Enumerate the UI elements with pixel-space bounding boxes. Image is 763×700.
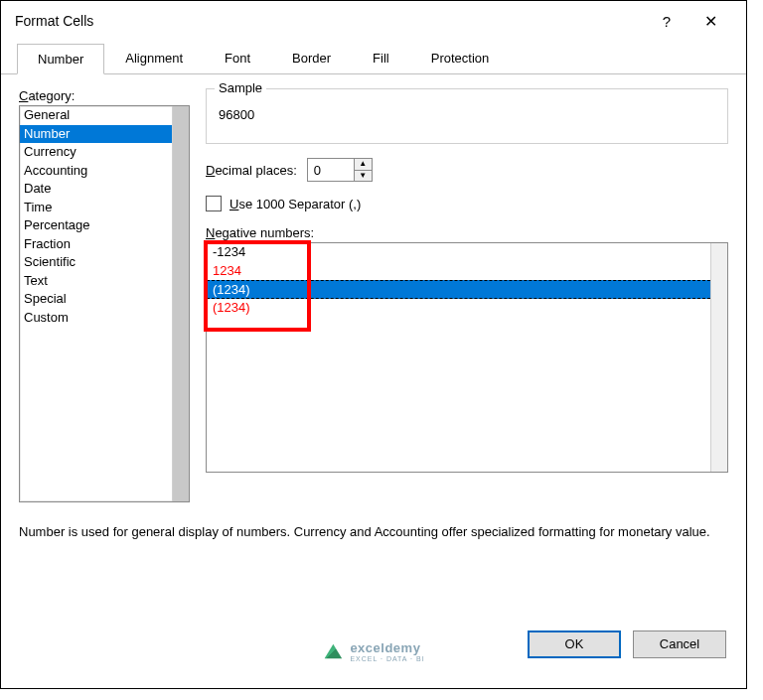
watermark-text: exceldemy EXCEL · DATA · BI bbox=[350, 640, 424, 662]
tab-row: Number Alignment Font Border Fill Protec… bbox=[1, 41, 746, 74]
negative-item-4[interactable]: (1234) bbox=[207, 299, 710, 318]
tab-font[interactable]: Font bbox=[204, 43, 271, 73]
ok-button[interactable]: OK bbox=[528, 630, 621, 658]
dialog-content: Category: General Number Currency Accoun… bbox=[1, 74, 746, 541]
thousand-separator-row: Use 1000 Separator (,) bbox=[206, 196, 728, 211]
category-item-scientific[interactable]: Scientific bbox=[20, 253, 172, 272]
category-item-currency[interactable]: Currency bbox=[20, 143, 172, 162]
exceldemy-logo-icon bbox=[322, 642, 344, 660]
cancel-button[interactable]: Cancel bbox=[633, 630, 726, 658]
category-list: General Number Currency Accounting Date … bbox=[20, 106, 172, 501]
category-label: Category: bbox=[19, 88, 190, 103]
negative-scrollbar[interactable] bbox=[710, 243, 727, 472]
decimal-places-label: Decimal places: bbox=[206, 163, 297, 178]
title-bar-title: Format Cells bbox=[15, 13, 645, 29]
close-button[interactable]: ✕ bbox=[688, 12, 732, 31]
sample-group: Sample 96800 bbox=[206, 88, 728, 144]
tab-number[interactable]: Number bbox=[17, 44, 104, 74]
negative-item-3[interactable]: (1234) bbox=[207, 280, 710, 299]
category-item-custom[interactable]: Custom bbox=[20, 309, 172, 328]
button-row-area: exceldemy EXCEL · DATA · BI OK Cancel bbox=[1, 640, 746, 674]
category-column: Category: General Number Currency Accoun… bbox=[19, 88, 190, 502]
spinner-down-icon[interactable]: ▼ bbox=[355, 171, 372, 182]
category-item-percentage[interactable]: Percentage bbox=[20, 216, 172, 235]
decimal-places-spinner[interactable]: ▲ ▼ bbox=[307, 158, 373, 182]
negative-numbers-label: Negative numbers: bbox=[206, 225, 728, 240]
title-bar: Format Cells ? ✕ bbox=[1, 1, 746, 41]
spinner-buttons: ▲ ▼ bbox=[355, 158, 373, 182]
category-item-date[interactable]: Date bbox=[20, 180, 172, 199]
options-column: Sample 96800 Decimal places: ▲ ▼ bbox=[206, 88, 728, 502]
thousand-separator-label: Use 1000 Separator (,) bbox=[229, 197, 361, 211]
decimal-places-input[interactable] bbox=[307, 158, 355, 182]
negative-item-2[interactable]: 1234 bbox=[207, 262, 710, 281]
decimal-places-row: Decimal places: ▲ ▼ bbox=[206, 158, 728, 182]
tab-alignment[interactable]: Alignment bbox=[104, 43, 204, 73]
watermark-logo: exceldemy EXCEL · DATA · BI bbox=[322, 640, 424, 662]
negative-numbers-listbox[interactable]: -1234 1234 (1234) (1234) bbox=[206, 242, 728, 473]
help-button[interactable]: ? bbox=[645, 13, 688, 30]
negative-item-1[interactable]: -1234 bbox=[207, 243, 710, 262]
category-item-general[interactable]: General bbox=[20, 106, 172, 125]
category-listbox[interactable]: General Number Currency Accounting Date … bbox=[19, 105, 190, 502]
tab-protection[interactable]: Protection bbox=[410, 43, 511, 73]
category-item-number[interactable]: Number bbox=[20, 125, 172, 144]
category-item-time[interactable]: Time bbox=[20, 199, 172, 217]
sample-value: 96800 bbox=[207, 89, 727, 122]
sample-label: Sample bbox=[215, 80, 266, 95]
spinner-up-icon[interactable]: ▲ bbox=[355, 159, 372, 171]
thousand-separator-checkbox[interactable] bbox=[206, 196, 222, 211]
category-item-accounting[interactable]: Accounting bbox=[20, 162, 172, 181]
category-item-fraction[interactable]: Fraction bbox=[20, 235, 172, 254]
category-scrollbar[interactable] bbox=[172, 106, 189, 501]
tab-border[interactable]: Border bbox=[271, 43, 352, 73]
negative-numbers-list: -1234 1234 (1234) (1234) bbox=[207, 243, 710, 472]
category-item-special[interactable]: Special bbox=[20, 290, 172, 309]
category-item-text[interactable]: Text bbox=[20, 272, 172, 291]
format-cells-dialog: Format Cells ? ✕ Number Alignment Font B… bbox=[0, 0, 747, 689]
category-description: Number is used for general display of nu… bbox=[19, 524, 728, 541]
tab-fill[interactable]: Fill bbox=[352, 43, 410, 73]
